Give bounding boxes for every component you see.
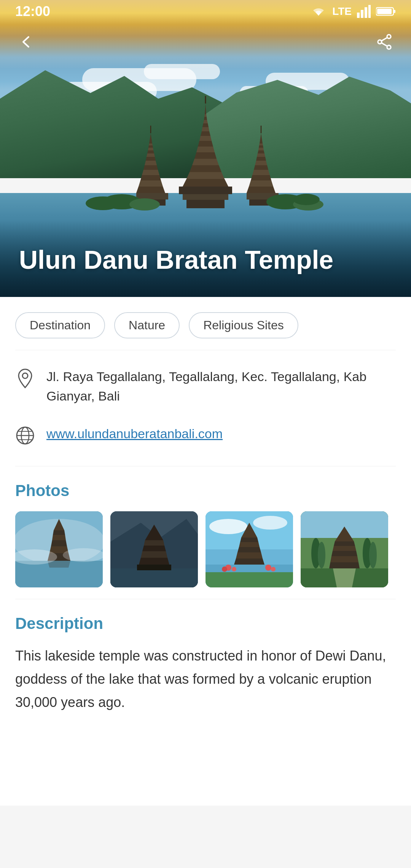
tags-row: Destination Nature Religious Sites: [15, 297, 396, 350]
svg-marker-42: [148, 148, 153, 150]
svg-point-94: [63, 548, 103, 562]
content-area: Destination Nature Religious Sites Jl. R…: [0, 297, 411, 806]
svg-point-125: [318, 542, 325, 568]
signal-icon: [357, 5, 371, 18]
svg-marker-16: [186, 172, 225, 179]
svg-rect-103: [137, 565, 171, 570]
svg-marker-55: [256, 157, 266, 161]
tag-destination[interactable]: Destination: [15, 312, 105, 338]
address-row: Jl. Raya Tegallalang, Tegallalang, Kec. …: [15, 358, 396, 415]
svg-rect-2: [365, 7, 367, 18]
photo-item[interactable]: [110, 511, 198, 587]
svg-marker-97: [139, 558, 169, 565]
website-row: www.ulundanuberatanbali.com: [15, 415, 396, 455]
svg-marker-19: [194, 152, 217, 159]
svg-marker-57: [258, 150, 264, 153]
photo-item[interactable]: [301, 511, 388, 587]
svg-marker-38: [145, 161, 157, 165]
svg-marker-51: [251, 175, 271, 180]
svg-marker-44: [149, 144, 153, 145]
svg-marker-36: [142, 170, 159, 175]
svg-marker-128: [329, 562, 360, 568]
hero-image: Ulun Danu Bratan Temple: [0, 0, 411, 297]
svg-point-64: [129, 198, 160, 211]
tag-nature[interactable]: Nature: [114, 312, 180, 338]
svg-marker-90: [53, 530, 65, 535]
svg-point-106: [209, 519, 247, 534]
svg-marker-39: [146, 157, 156, 161]
svg-marker-111: [236, 552, 263, 558]
svg-marker-29: [205, 104, 206, 114]
photo-item[interactable]: [15, 511, 103, 587]
svg-marker-58: [258, 148, 264, 150]
svg-point-118: [222, 566, 227, 572]
svg-marker-17: [190, 165, 221, 172]
svg-marker-24: [202, 127, 209, 131]
svg-marker-100: [144, 540, 164, 546]
description-title: Description: [15, 614, 396, 633]
photos-section: Photos: [15, 466, 396, 599]
svg-marker-33: [136, 187, 165, 193]
svg-marker-59: [259, 145, 263, 148]
svg-marker-15: [183, 179, 228, 187]
svg-line-10: [382, 38, 387, 41]
svg-marker-23: [201, 131, 210, 136]
description-text: This lakeside temple was constructed in …: [15, 644, 396, 714]
svg-marker-21: [198, 141, 213, 147]
svg-marker-56: [257, 153, 265, 157]
svg-marker-113: [239, 542, 260, 547]
info-section: Jl. Raya Tegallalang, Tegallalang, Kec. …: [15, 350, 396, 466]
svg-marker-41: [147, 150, 154, 153]
svg-rect-5: [393, 10, 395, 13]
website-text[interactable]: www.ulundanuberatanbali.com: [46, 424, 223, 444]
svg-point-119: [265, 565, 271, 571]
svg-rect-3: [368, 5, 371, 18]
svg-marker-35: [140, 175, 161, 180]
photos-row: [15, 511, 396, 587]
svg-marker-134: [333, 568, 356, 587]
svg-marker-25: [202, 123, 209, 127]
lte-indicator: LTE: [332, 5, 352, 18]
svg-point-120: [271, 567, 276, 571]
svg-marker-88: [51, 540, 67, 546]
svg-marker-27: [204, 117, 207, 120]
svg-point-107: [253, 516, 287, 530]
address-text: Jl. Raya Tegallalang, Tegallalang, Kec. …: [46, 367, 396, 406]
wifi-icon: [310, 5, 327, 18]
svg-marker-20: [196, 147, 215, 152]
description-section: Description This lakeside temple was con…: [15, 599, 396, 729]
temple-illustration: [72, 81, 339, 214]
svg-marker-52: [252, 170, 270, 175]
svg-marker-129: [330, 556, 358, 562]
svg-line-11: [382, 43, 387, 46]
svg-marker-99: [142, 546, 166, 551]
svg-marker-22: [199, 136, 212, 141]
back-button[interactable]: [11, 27, 42, 57]
svg-marker-132: [334, 541, 355, 546]
svg-marker-60: [259, 144, 263, 145]
status-bar: 12:00 LTE: [0, 0, 411, 23]
location-icon: [15, 369, 35, 388]
svg-marker-40: [147, 153, 155, 157]
svg-marker-18: [192, 159, 219, 165]
hero-title: Ulun Danu Bratan Temple: [19, 246, 392, 274]
svg-rect-6: [377, 9, 392, 14]
svg-marker-131: [333, 546, 356, 551]
battery-icon: [376, 6, 396, 17]
svg-rect-14: [179, 187, 232, 194]
svg-marker-98: [141, 551, 167, 558]
svg-marker-43: [148, 145, 153, 148]
svg-marker-34: [139, 180, 163, 187]
tag-religious-sites[interactable]: Religious Sites: [189, 312, 298, 338]
svg-point-77: [22, 373, 28, 378]
svg-marker-49: [247, 187, 276, 193]
svg-marker-54: [255, 161, 267, 165]
svg-marker-114: [240, 538, 258, 542]
svg-marker-26: [203, 120, 208, 123]
svg-marker-61: [260, 133, 263, 144]
photos-title: Photos: [15, 482, 396, 500]
svg-rect-0: [357, 13, 360, 18]
svg-marker-28: [204, 114, 207, 117]
photo-item[interactable]: [206, 511, 293, 587]
share-button[interactable]: [369, 27, 400, 57]
